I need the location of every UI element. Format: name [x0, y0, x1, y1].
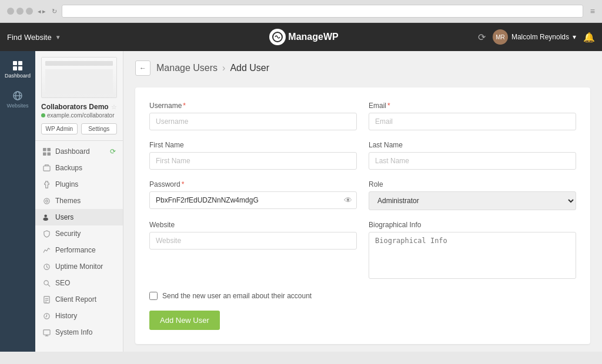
- firstname-label: First Name: [149, 141, 357, 149]
- svg-point-22: [44, 280, 48, 284]
- seo-icon: [42, 279, 51, 287]
- bio-label: Biographical Info: [369, 221, 576, 229]
- sidebar-item-dashboard-icon[interactable]: Dashboard: [0, 56, 35, 83]
- svg-point-9: [46, 87, 56, 94]
- password-group: Password* 👁: [149, 180, 357, 210]
- settings-button[interactable]: Settings: [81, 123, 118, 134]
- password-wrapper: 👁: [149, 191, 357, 209]
- sidebar-item-themes[interactable]: Themes: [35, 193, 123, 209]
- browser-btn-2[interactable]: [16, 8, 24, 15]
- bio-textarea[interactable]: [369, 232, 576, 279]
- sync-icon[interactable]: ⟳: [478, 32, 486, 43]
- lastname-input[interactable]: [369, 152, 576, 170]
- sidebar-item-uptime-label: Uptime Monitor: [55, 262, 103, 271]
- email-notify-checkbox[interactable]: [149, 292, 158, 300]
- main-content: ← Manage Users › Add User Username*: [123, 51, 602, 352]
- site-actions: WP Admin Settings: [41, 123, 117, 134]
- browser-forward-arrow[interactable]: ▸: [42, 8, 46, 15]
- breadcrumb-parent[interactable]: Manage Users: [156, 63, 218, 73]
- browser-btn-1[interactable]: [7, 8, 14, 15]
- address-bar[interactable]: [62, 5, 583, 18]
- uptime-icon: [42, 262, 51, 271]
- svg-rect-13: [47, 148, 51, 151]
- sidebar-item-security[interactable]: Security: [35, 225, 123, 242]
- website-group: Website: [149, 221, 357, 281]
- sidebar-item-dashboard[interactable]: Dashboard ⟳: [35, 143, 123, 160]
- sidebar-item-history[interactable]: History: [35, 308, 123, 324]
- svg-point-17: [44, 198, 49, 203]
- user-menu[interactable]: MR Malcolm Reynolds ▾: [493, 29, 576, 45]
- wp-admin-button[interactable]: WP Admin: [41, 123, 78, 134]
- online-status-dot: [41, 113, 45, 117]
- user-name: Malcolm Reynolds: [511, 33, 569, 41]
- breadcrumb-separator: ›: [222, 63, 225, 73]
- firstname-group: First Name: [149, 141, 357, 170]
- browser-refresh[interactable]: ↻: [52, 8, 57, 15]
- sidebar-item-users-label: Users: [55, 213, 73, 221]
- browser-menu-icon[interactable]: ≡: [590, 6, 595, 16]
- user-dropdown-arrow-icon: ▾: [573, 33, 576, 41]
- dropdown-arrow-icon: ▼: [55, 34, 61, 41]
- browser-arrows: ◂ ▸: [38, 8, 46, 15]
- role-select[interactable]: Administrator Editor Author Contributor …: [369, 191, 576, 210]
- site-name: Collaborators Demo: [41, 103, 109, 111]
- sidebar-item-security-label: Security: [55, 230, 81, 238]
- form-row-4: Website Biographical Info: [149, 221, 576, 281]
- site-selector-label: Find Website: [7, 33, 52, 42]
- email-group: Email*: [369, 102, 576, 130]
- svg-rect-3: [13, 66, 17, 70]
- content-area: Dashboard Websites Collaborators Demo ☆: [0, 51, 602, 352]
- security-icon: [42, 230, 51, 238]
- password-toggle-icon[interactable]: 👁: [344, 196, 352, 205]
- backups-icon: [42, 164, 51, 172]
- site-preview: Collaborators Demo ☆ example.com/collabo…: [35, 51, 123, 141]
- password-label: Password*: [149, 180, 357, 188]
- sidebar-item-client-report[interactable]: Client Report: [35, 291, 123, 308]
- email-input[interactable]: [369, 113, 576, 130]
- logo: ManageWP: [269, 29, 338, 45]
- dashboard-icon: [42, 147, 51, 156]
- sidebar-item-system-info-label: System Info: [55, 328, 92, 336]
- notification-icon[interactable]: 🔔: [583, 32, 595, 43]
- password-input[interactable]: [149, 191, 357, 209]
- add-new-user-button[interactable]: Add New User: [149, 311, 220, 330]
- sidebar-item-websites-icon[interactable]: Websites: [0, 86, 35, 113]
- browser-chrome: ◂ ▸ ↻ ≡: [0, 0, 602, 23]
- sidebar-item-system-info[interactable]: System Info: [35, 324, 123, 341]
- sidebar-item-history-label: History: [55, 312, 77, 320]
- website-label: Website: [149, 221, 357, 229]
- form-row-1: Username* Email*: [149, 102, 576, 130]
- sidebar-item-backups-label: Backups: [55, 164, 82, 172]
- sidebar: Collaborators Demo ☆ example.com/collabo…: [35, 51, 123, 352]
- svg-rect-4: [18, 66, 22, 70]
- back-button[interactable]: ←: [135, 60, 150, 76]
- star-icon[interactable]: ☆: [111, 103, 117, 111]
- email-notify-label: Send the new user an email about their a…: [162, 292, 312, 300]
- site-selector[interactable]: Find Website ▼: [7, 33, 61, 42]
- svg-rect-10: [100, 80, 108, 90]
- sidebar-item-seo[interactable]: SEO: [35, 275, 123, 291]
- plugins-icon: [42, 180, 51, 188]
- browser-btn-3[interactable]: [26, 8, 33, 15]
- sidebar-item-backups[interactable]: Backups: [35, 160, 123, 176]
- refresh-icon[interactable]: ⟳: [110, 147, 116, 156]
- sidebar-menu: Dashboard ⟳ Backups Plugins: [35, 141, 123, 343]
- firstname-input[interactable]: [149, 152, 357, 170]
- username-input[interactable]: [149, 113, 357, 130]
- sidebar-item-plugins-label: Plugins: [55, 180, 78, 188]
- website-input[interactable]: [149, 232, 357, 250]
- username-label: Username*: [149, 102, 357, 110]
- preview-pencil-icon: [99, 80, 109, 93]
- icon-nav-dashboard-label: Dashboard: [5, 73, 31, 79]
- role-group: Role Administrator Editor Author Contrib…: [369, 180, 576, 210]
- avatar: MR: [493, 29, 508, 45]
- browser-controls: [7, 8, 33, 15]
- sidebar-item-users[interactable]: Users: [35, 209, 123, 225]
- sidebar-item-uptime[interactable]: Uptime Monitor: [35, 258, 123, 275]
- top-nav-left: Find Website ▼: [7, 33, 131, 42]
- browser-back-arrow[interactable]: ◂: [38, 8, 41, 15]
- top-nav-center: ManageWP: [131, 29, 477, 45]
- top-nav: Find Website ▼ ManageWP ⟳ MR Malcolm Rey…: [0, 23, 602, 51]
- sidebar-item-plugins[interactable]: Plugins: [35, 176, 123, 193]
- sidebar-item-performance[interactable]: Performance: [35, 242, 123, 258]
